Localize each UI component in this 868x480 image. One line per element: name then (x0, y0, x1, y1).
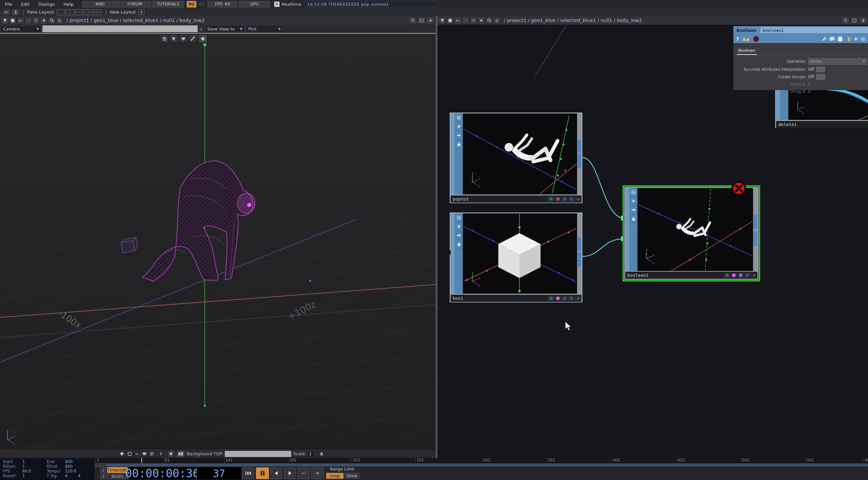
collapse-panel-icon[interactable] (2, 9, 10, 15)
node-boolean1[interactable]: boolean1 + (624, 187, 758, 280)
node-popto1[interactable]: popto1 + (450, 112, 583, 203)
node-viewer[interactable] (463, 113, 577, 194)
node-lock-flag-icon[interactable] (455, 140, 463, 149)
geometry-cube-icon[interactable] (149, 451, 155, 457)
home-icon[interactable]: ⌂ (56, 17, 63, 24)
forward-icon[interactable]: → (462, 17, 469, 24)
jump-to-start-button[interactable] (242, 467, 254, 479)
bookmark-star-icon[interactable]: ★ (40, 17, 47, 24)
node-cook-flag-icon[interactable] (455, 222, 463, 231)
dot-slate[interactable] (570, 296, 573, 300)
breadcrumb[interactable]: / project1 / geo1_blue / selected_blue1 … (66, 18, 205, 23)
pick-dropdown[interactable]: Pick▼ (246, 25, 283, 33)
viewport-3d-canvas[interactable]: -100x +100z (0, 34, 435, 449)
add-icon[interactable]: + (470, 17, 477, 24)
breadcrumb[interactable]: / project1 / geo1_blue / selected_blue1 … (504, 18, 642, 23)
node-help-icon[interactable]: ? (743, 36, 750, 42)
field-value[interactable]: 1 (22, 464, 25, 469)
camera-view-icon[interactable] (179, 35, 188, 43)
view-comment-field[interactable] (42, 25, 198, 32)
select-cursor-icon[interactable] (170, 35, 178, 43)
layout-preset-three[interactable] (84, 9, 92, 15)
tutorials-button[interactable]: TUTORIALS (152, 1, 184, 7)
node-export-flag-icon[interactable] (455, 231, 463, 240)
node-box1[interactable]: box1 + (450, 212, 583, 302)
parameter-titlebar[interactable]: Boolean boolean1 (733, 26, 868, 34)
scale-stepper[interactable] (320, 452, 323, 455)
display-options-dropdown-icon[interactable]: ▼ (167, 451, 174, 457)
timecode-mode-button[interactable]: Timecode (107, 467, 127, 473)
forum-button[interactable]: FORUM (119, 1, 151, 7)
dot-magenta-active[interactable] (556, 296, 560, 300)
wiki-button[interactable]: WIKI (82, 1, 118, 7)
beats-mode-button[interactable]: Beats (107, 474, 127, 479)
comment-bubble-icon[interactable] (829, 36, 835, 42)
node-export-flag-icon[interactable] (455, 131, 463, 140)
increment-button[interactable]: + (311, 467, 324, 479)
add-view-icon[interactable] (199, 35, 207, 43)
field-value[interactable]: 120.0 (65, 469, 76, 474)
node-viewer[interactable] (637, 188, 753, 271)
dot-teal[interactable] (549, 197, 553, 201)
timeline-options-button[interactable]: ... (95, 463, 104, 467)
playhead[interactable] (141, 458, 142, 463)
node-output-strip[interactable] (753, 188, 757, 271)
node-lock-flag-icon[interactable] (629, 214, 637, 223)
anchor-icon[interactable] (12, 9, 20, 15)
menu-edit[interactable]: Edit (21, 2, 29, 7)
search-icon[interactable] (486, 17, 493, 24)
add-icon[interactable] (119, 451, 125, 457)
bone-tool-icon[interactable] (189, 35, 197, 43)
dot-slate[interactable] (570, 197, 573, 201)
dot-teal[interactable] (549, 296, 553, 300)
add-icon[interactable]: + (33, 17, 40, 24)
oi-toggle-button[interactable]: O|I (187, 1, 196, 7)
forward-icon[interactable]: → (25, 17, 32, 24)
stop-icon[interactable]: ■ (9, 17, 16, 24)
pause-button[interactable] (256, 467, 269, 479)
character-wireframe[interactable] (142, 161, 255, 281)
chevron-left-icon[interactable]: < (134, 451, 140, 457)
dot-slate[interactable] (746, 273, 749, 277)
maximize-pane-icon[interactable] (418, 17, 426, 24)
dot-magenta-active[interactable] (732, 273, 736, 277)
slash-button[interactable]: / (100, 467, 106, 473)
search-icon[interactable] (48, 17, 55, 24)
field-value[interactable]: 600 (65, 459, 73, 464)
clipboard-icon[interactable] (838, 36, 843, 42)
step-forward-button[interactable] (284, 467, 296, 479)
field-value[interactable]: 4 (78, 474, 80, 478)
home-icon[interactable]: ⌂ (493, 17, 500, 24)
camera-select[interactable]: Camera▼ (1, 25, 41, 33)
i-button[interactable]: I (100, 474, 106, 479)
node-cook-flag-icon[interactable] (629, 197, 637, 206)
add-layout-button[interactable]: + (138, 9, 144, 15)
error-clear-icon[interactable] (753, 36, 759, 42)
background-top-field[interactable] (225, 451, 291, 457)
pan-hand-icon[interactable] (160, 35, 169, 43)
step-back-button[interactable] (270, 467, 282, 479)
node-name-field[interactable]: boolean1 (761, 27, 868, 33)
menu-file[interactable]: File (5, 2, 12, 7)
maximize-pane-icon[interactable] (850, 17, 858, 24)
dot-purple[interactable] (563, 296, 567, 300)
layout-preset-single[interactable] (57, 9, 65, 15)
dot-magenta[interactable] (556, 197, 560, 201)
node-name-bar[interactable]: popto1 + (451, 195, 581, 203)
dot-add-icon[interactable]: + (575, 295, 581, 301)
wire-popto1-boolean1[interactable] (583, 158, 623, 218)
menu-dialogs[interactable]: Dialogs (38, 2, 55, 7)
dot-purple[interactable] (563, 197, 567, 201)
split-pane-down-icon[interactable] (859, 17, 867, 24)
node-display-flag-icon[interactable] (455, 113, 463, 122)
node-name-bar[interactable]: boolean1 + (625, 272, 757, 279)
tab-boolean[interactable]: Boolean (737, 48, 757, 55)
menu-help[interactable]: Help (63, 2, 74, 7)
wire-box1-boolean1[interactable] (583, 239, 623, 256)
layout-preset-grid[interactable] (93, 9, 101, 15)
pane-type-dropdown-icon[interactable]: ▼ (439, 17, 446, 24)
orbit-icon[interactable] (126, 451, 133, 457)
snapshot-camera-icon[interactable] (177, 451, 185, 457)
pane-type-dropdown-icon[interactable]: ▼ (1, 17, 8, 24)
loop-button[interactable]: Loop (326, 473, 343, 479)
